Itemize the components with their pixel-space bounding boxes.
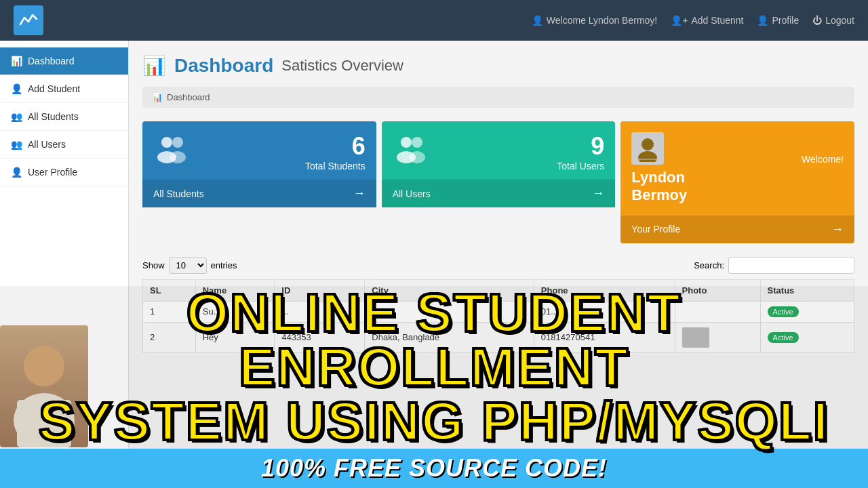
profile-label: Profile — [772, 15, 799, 26]
add-student-icon: 👤 — [11, 83, 22, 94]
students-count-area: 6 Total Students — [305, 132, 366, 171]
sidebar-label-all-users: All Users — [28, 139, 66, 150]
all-students-icon: 👥 — [11, 111, 22, 122]
card-total-students: 6 Total Students All Students — [142, 121, 376, 243]
sidebar-item-user-profile[interactable]: 👤 User Profile — [0, 159, 128, 186]
svg-point-9 — [638, 151, 657, 162]
sidebar-label-user-profile: User Profile — [28, 167, 77, 178]
card-profile-top: Welcome! Lyndon Bermoy — [620, 121, 854, 216]
search-box: Search: — [694, 257, 854, 274]
profile-welcome-text: Welcome! — [802, 154, 844, 165]
top-navbar: 👤 Welcome Lyndon Bermoy! 👤+ Add Stuennt … — [0, 0, 868, 41]
page-subtitle: Satistics Overview — [281, 57, 403, 75]
overlay-title-line1: ONLINE STUDENT ENROLLMENT — [7, 286, 861, 394]
card-users-bottom[interactable]: All Users — [382, 180, 616, 207]
power-icon: ⏻ — [812, 15, 822, 26]
arrow-right-icon-users — [592, 186, 604, 201]
add-user-icon: 👤+ — [671, 15, 688, 26]
users-count: 9 — [557, 132, 604, 161]
profile-top-row: Welcome! — [631, 132, 844, 165]
svg-point-7 — [409, 151, 425, 163]
search-label: Search: — [694, 260, 724, 270]
sidebar-item-add-student[interactable]: 👤 Add Student — [0, 75, 128, 103]
profile-name: Lyndon Bermoy — [631, 169, 687, 205]
dashboard-header-icon: 📊 — [142, 54, 166, 77]
sidebar-label-add-student: Add Student — [28, 83, 80, 94]
students-count: 6 — [305, 132, 366, 161]
arrow-right-icon — [353, 186, 366, 201]
page-header: 📊 Dashboard Satistics Overview — [142, 54, 854, 77]
all-students-bottom-label: All Students — [153, 188, 204, 199]
card-profile: Welcome! Lyndon Bermoy Your Profile — [620, 121, 854, 243]
all-users-bottom-label: All Users — [393, 188, 431, 199]
svg-point-1 — [172, 137, 183, 148]
stat-cards: 6 Total Students All Students — [142, 121, 854, 243]
card-profile-bottom[interactable]: Your Profile — [620, 216, 854, 243]
arrow-right-icon-profile — [831, 222, 844, 237]
overlay-bottom-bar: 100% FREE SOURCE CODE! — [0, 449, 868, 488]
overlay-banner: ONLINE STUDENT ENROLLMENT SYSTEM USING P… — [0, 286, 868, 488]
all-users-icon: 👥 — [11, 139, 22, 150]
page-title: Dashboard — [174, 55, 273, 77]
overlay-title-line2: SYSTEM USING PHP/MYSQLI — [7, 394, 861, 449]
profile-icon: 👤 — [757, 15, 768, 26]
card-students-bottom[interactable]: All Students — [142, 180, 376, 207]
svg-point-0 — [161, 137, 172, 148]
users-count-area: 9 Total Users — [557, 132, 604, 171]
card-students-top: 6 Total Students — [142, 121, 376, 180]
logout-label: Logout — [825, 15, 854, 26]
breadcrumb: 📊 Dashboard — [142, 87, 854, 108]
show-entries: Show 10 25 50 100 entries — [142, 257, 237, 274]
user-profile-icon: 👤 — [11, 167, 22, 178]
table-controls: Show 10 25 50 100 entries Search: — [142, 257, 854, 274]
entries-label: entries — [211, 260, 237, 270]
add-student-link[interactable]: 👤+ Add Stuennt — [671, 15, 743, 26]
sidebar-label-dashboard: Dashboard — [28, 56, 75, 66]
svg-point-4 — [401, 137, 412, 148]
svg-point-8 — [642, 138, 654, 150]
welcome-text: Welcome Lyndon Bermoy! — [547, 15, 657, 26]
card-total-users: 9 Total Users All Users — [382, 121, 616, 243]
logout-link[interactable]: ⏻ Logout — [812, 15, 854, 26]
card-users-top: 9 Total Users — [382, 121, 616, 180]
sidebar-label-all-students: All Students — [28, 111, 79, 122]
svg-point-5 — [412, 137, 422, 148]
sidebar-item-all-students[interactable]: 👥 All Students — [0, 103, 128, 131]
students-card-icon — [153, 133, 189, 171]
entries-select[interactable]: 10 25 50 100 — [169, 257, 207, 274]
svg-point-3 — [170, 151, 186, 163]
sidebar-item-dashboard[interactable]: 📊 Dashboard — [0, 47, 128, 75]
add-student-label: Add Stuennt — [691, 15, 743, 26]
welcome-user-link[interactable]: 👤 Welcome Lyndon Bermoy! — [532, 15, 657, 26]
profile-name-line1: Lyndon — [631, 169, 685, 186]
user-icon: 👤 — [532, 15, 543, 26]
students-label: Total Students — [305, 161, 366, 171]
dashboard-icon: 📊 — [11, 56, 22, 66]
search-input[interactable] — [728, 257, 854, 274]
profile-link[interactable]: 👤 Profile — [757, 15, 799, 26]
app-logo — [14, 5, 43, 35]
topnav-right: 👤 Welcome Lyndon Bermoy! 👤+ Add Stuennt … — [532, 15, 854, 26]
show-label: Show — [142, 260, 165, 270]
profile-avatar — [631, 132, 664, 165]
profile-name-line2: Bermoy — [631, 186, 687, 203]
overlay-bottom-text: 100% FREE SOURCE CODE! — [261, 454, 607, 482]
breadcrumb-label: Dashboard — [167, 92, 210, 102]
users-label: Total Users — [557, 161, 604, 171]
your-profile-label: Your Profile — [631, 224, 680, 235]
users-card-icon — [393, 133, 428, 171]
breadcrumb-icon: 📊 — [152, 92, 163, 102]
sidebar-item-all-users[interactable]: 👥 All Users — [0, 131, 128, 159]
